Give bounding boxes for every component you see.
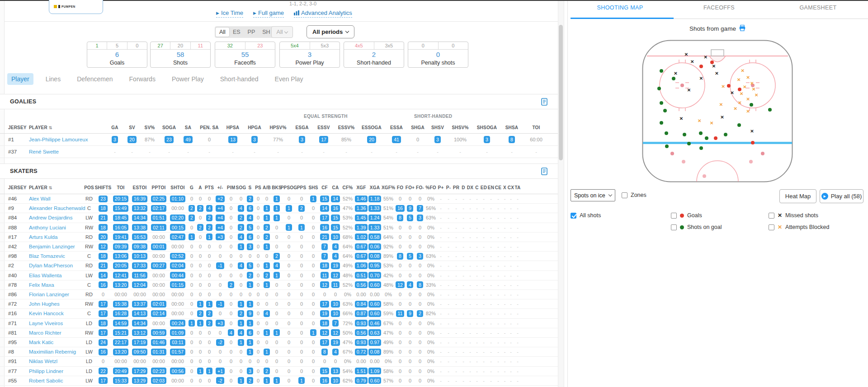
segment-all[interactable]: All <box>216 28 229 37</box>
missed-shot-marker[interactable]: ✕ <box>750 129 754 134</box>
team-logo-box[interactable]: PUMPEN <box>49 0 103 14</box>
shot-on-goal-marker[interactable] <box>665 145 669 148</box>
shot-on-goal-marker[interactable] <box>768 108 772 112</box>
full-game-link[interactable]: ▶Full game <box>253 9 284 18</box>
segment-pp[interactable]: PP <box>244 28 259 37</box>
player-link[interactable]: Florian Lanzinger <box>29 290 83 299</box>
segment-es[interactable]: ES <box>229 28 244 37</box>
shot-on-goal-marker[interactable] <box>750 103 753 107</box>
tab-forwards[interactable]: Forwards <box>125 73 160 85</box>
tab-faceoffs[interactable]: FACEOFFS <box>670 5 769 11</box>
goal-marker[interactable] <box>751 141 755 145</box>
sort-icon[interactable]: ⇅ <box>49 186 52 190</box>
player-link[interactable]: Philipp Lindner <box>29 367 83 376</box>
blocked-shot-marker[interactable]: ✕ <box>710 121 713 126</box>
player-link[interactable]: Kevin Hancock <box>29 309 83 318</box>
shot-on-goal-marker[interactable] <box>699 131 703 135</box>
player-link[interactable]: Blaz Tomazevic <box>29 252 83 261</box>
tab-player[interactable]: Player <box>7 73 33 85</box>
print-icon[interactable] <box>739 25 745 33</box>
player-link[interactable]: Arturs Kulda <box>29 233 83 242</box>
left-panel-scrollbar-thumb[interactable] <box>559 25 563 160</box>
shot-on-goal-marker[interactable] <box>660 101 663 105</box>
player-link[interactable]: Mark Katic <box>29 338 83 347</box>
player-link[interactable]: Niklas Wetzl <box>29 357 83 366</box>
blocked-shot-marker[interactable]: ✕ <box>746 109 750 114</box>
faint-shot-marker[interactable] <box>703 174 706 178</box>
shots-on-goal-checkbox-row[interactable]: Shots on goal <box>671 224 722 230</box>
tab-gamesheet[interactable]: GAMESHEET <box>769 5 868 11</box>
shooting-map-rink[interactable]: ✕✕✕✕✕✕✕✕✕✕✕✕✕✕✕✕✕✕✕✕✕✕✕✕✕✕✕✕ <box>642 40 793 182</box>
blocked-shot-marker[interactable]: ✕ <box>698 119 701 123</box>
team-filter-dropdown[interactable]: All <box>271 26 293 38</box>
shot-on-goal-marker[interactable] <box>672 77 675 80</box>
glossary-book-icon[interactable] <box>541 98 548 107</box>
missed-shot-marker[interactable]: ✕ <box>690 60 694 64</box>
missed-shot-marker[interactable]: ✕ <box>684 52 688 57</box>
player-link[interactable]: René Swette <box>29 146 106 158</box>
tab-short-handed[interactable]: Short-handed <box>216 73 263 85</box>
shot-on-goal-marker[interactable] <box>705 136 708 140</box>
tab-even-play[interactable]: Even Play <box>271 73 307 85</box>
blocked-shot-marker[interactable]: ✕ <box>750 81 754 86</box>
player-link[interactable]: John Hughes <box>29 299 83 308</box>
periods-dropdown[interactable]: All periods <box>307 25 354 38</box>
blocked-shot-marker[interactable]: ✕ <box>737 78 741 82</box>
player-link[interactable]: Marco Richter <box>29 328 83 337</box>
zones-checkbox[interactable] <box>622 192 627 198</box>
shot-on-goal-marker[interactable] <box>687 142 691 145</box>
blocked-shot-marker[interactable]: ✕ <box>721 84 725 89</box>
goals-checkbox[interactable] <box>671 213 677 219</box>
goal-marker[interactable] <box>710 61 714 64</box>
blocked-shot-marker[interactable]: ✕ <box>734 107 737 111</box>
tab-lines[interactable]: Lines <box>42 73 65 85</box>
player-link[interactable]: Anthony Luciani <box>29 223 83 232</box>
shot-on-goal-marker[interactable] <box>665 131 668 135</box>
blocked-shot-marker[interactable]: ✕ <box>740 92 743 96</box>
player-link[interactable]: Jean-Philippe Lamoureux <box>29 134 106 145</box>
missed-shot-marker[interactable]: ✕ <box>674 71 677 76</box>
missed-shot-marker[interactable]: ✕ <box>703 55 707 60</box>
missed-shots-checkbox-row[interactable]: ✕ Missed shots <box>769 212 818 219</box>
tab-defencemen[interactable]: Defencemen <box>73 73 117 85</box>
tab-shooting-map[interactable]: SHOOTING MAP <box>571 5 670 11</box>
advanced-analytics-link[interactable]: Advanced Analytics <box>294 9 352 18</box>
glossary-book-icon[interactable] <box>541 168 548 177</box>
blocked-shot-marker[interactable]: ✕ <box>746 75 750 80</box>
ice-time-link[interactable]: ▶Ice Time <box>216 9 243 18</box>
goal-marker[interactable] <box>738 88 741 91</box>
tab-power-play[interactable]: Power Play <box>168 73 208 85</box>
spots-select[interactable]: Spots on ice <box>571 189 615 201</box>
player-link[interactable]: Alex Wall <box>29 194 83 203</box>
goal-marker[interactable] <box>714 136 717 140</box>
player-link[interactable]: Dylan MacPherson <box>29 261 83 270</box>
player-link[interactable]: Elias Wallenta <box>29 271 83 280</box>
blocked-shot-marker[interactable]: ✕ <box>743 85 746 89</box>
goal-marker[interactable] <box>699 65 703 68</box>
missed-shot-marker[interactable]: ✕ <box>712 64 716 69</box>
blocked-shot-marker[interactable]: ✕ <box>752 87 755 92</box>
faint-shot-marker[interactable] <box>682 160 685 163</box>
blocked-shot-marker[interactable]: ✕ <box>719 103 723 107</box>
blocked-shot-marker[interactable]: ✕ <box>738 101 741 105</box>
goal-marker[interactable] <box>727 84 731 88</box>
shot-on-goal-marker[interactable] <box>660 69 663 73</box>
shot-on-goal-marker[interactable] <box>699 146 703 150</box>
player-link[interactable]: Benjamin Lanzinger <box>29 242 83 251</box>
player-link[interactable]: Maximilian Rebernig <box>29 347 83 356</box>
blocked-shot-marker[interactable]: ✕ <box>746 97 750 102</box>
all-shots-checkbox[interactable] <box>571 213 576 219</box>
shot-on-goal-marker[interactable] <box>663 109 667 112</box>
shot-on-goal-marker[interactable] <box>683 133 686 136</box>
missed-shot-marker[interactable]: ✕ <box>730 91 734 95</box>
shots-on-goal-checkbox[interactable] <box>671 224 677 230</box>
player-link[interactable]: Alexander Rauchenwald <box>29 204 83 213</box>
player-link[interactable]: Robert Sabolic <box>29 376 83 385</box>
faint-shot-marker[interactable] <box>749 160 753 163</box>
sort-icon[interactable]: ⇅ <box>49 126 52 130</box>
shot-on-goal-marker[interactable] <box>660 121 663 125</box>
shot-on-goal-marker[interactable] <box>737 123 741 127</box>
goals-checkbox-row[interactable]: Goals <box>671 212 702 219</box>
missed-shot-marker[interactable]: ✕ <box>699 76 703 81</box>
blocked-shot-marker[interactable]: ✕ <box>755 93 758 98</box>
